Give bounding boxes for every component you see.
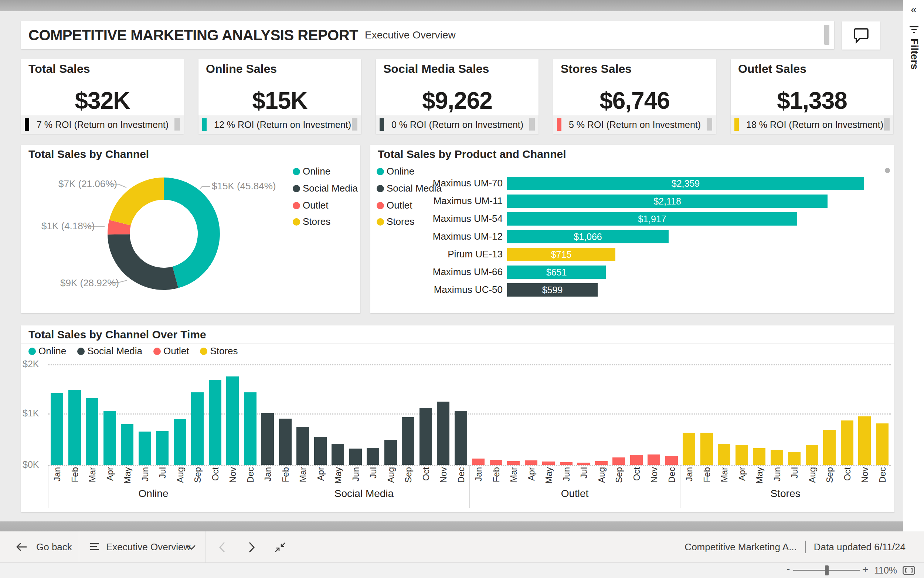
legend-item-online[interactable]: Online bbox=[29, 346, 66, 357]
column-bar-outlet-aug[interactable] bbox=[595, 461, 608, 465]
column-bar-social-media-apr[interactable] bbox=[314, 437, 327, 465]
product-bar-pirum-ue-13[interactable]: $715 bbox=[507, 248, 615, 261]
legend-item-outlet[interactable]: Outlet bbox=[154, 346, 189, 357]
column-bar-stores-dec[interactable] bbox=[876, 424, 888, 465]
column-bar-online-sep[interactable] bbox=[191, 392, 204, 465]
column-bar-social-media-mar[interactable] bbox=[296, 427, 309, 465]
legend-item-social-media[interactable]: Social Media bbox=[293, 183, 358, 194]
column-bar-stores-apr[interactable] bbox=[736, 445, 748, 465]
column-bar-online-nov[interactable] bbox=[226, 377, 239, 465]
filter-icon[interactable] bbox=[909, 25, 919, 35]
mini-scrollbar[interactable] bbox=[707, 119, 712, 130]
top-scrollbar[interactable] bbox=[0, 0, 903, 11]
mini-scrollbar[interactable] bbox=[884, 119, 890, 130]
column-bar-online-may[interactable] bbox=[121, 424, 133, 465]
column-bar-outlet-mar[interactable] bbox=[507, 461, 519, 465]
legend-item-stores[interactable]: Stores bbox=[293, 216, 330, 227]
column-bar-online-mar[interactable] bbox=[86, 398, 98, 465]
product-bar-maximus-uc-50[interactable]: $599 bbox=[507, 283, 598, 297]
column-bar-social-media-may[interactable] bbox=[332, 444, 344, 465]
previous-page-chevron[interactable] bbox=[219, 542, 225, 553]
column-bar-social-media-jun[interactable] bbox=[349, 448, 362, 465]
column-bar-social-media-nov[interactable] bbox=[437, 402, 450, 465]
column-bar-outlet-apr[interactable] bbox=[525, 460, 537, 465]
column-bar-stores-aug[interactable] bbox=[806, 445, 818, 465]
go-back-button[interactable]: Go back bbox=[36, 531, 72, 562]
column-bar-outlet-feb[interactable] bbox=[490, 460, 502, 465]
column-bar-online-aug[interactable] bbox=[174, 419, 186, 465]
column-bar-outlet-jan[interactable] bbox=[472, 459, 485, 465]
product-bar-maximus-um-54[interactable]: $1,917 bbox=[507, 212, 797, 226]
column-bar-outlet-sep[interactable] bbox=[612, 458, 625, 465]
column-bar-outlet-jun[interactable] bbox=[560, 462, 573, 465]
zoom-slider-thumb[interactable] bbox=[825, 565, 829, 575]
expand-filters-icon[interactable]: « bbox=[903, 4, 924, 16]
product-bar-maximus-um-12[interactable]: $1,066 bbox=[507, 230, 668, 244]
column-bar-stores-mar[interactable] bbox=[718, 444, 730, 465]
column-bar-online-jul[interactable] bbox=[156, 431, 168, 465]
column-bar-stores-may[interactable] bbox=[753, 448, 765, 465]
comments-button[interactable] bbox=[842, 21, 880, 50]
column-bar-online-oct[interactable] bbox=[209, 380, 222, 465]
column-bar-social-media-feb[interactable] bbox=[279, 419, 291, 465]
column-bar-stores-jan[interactable] bbox=[683, 433, 695, 465]
column-bar-online-jun[interactable] bbox=[139, 432, 151, 465]
kpi-card-online-sales[interactable]: Online Sales $15K 12 % ROI (Return on In… bbox=[199, 59, 361, 134]
product-bar-maximus-um-70[interactable]: $2,359 bbox=[507, 177, 864, 190]
column-bar-outlet-dec[interactable] bbox=[665, 456, 678, 465]
chart-title: Total Sales by Product and Channel bbox=[378, 148, 566, 161]
header-scrollbar[interactable] bbox=[824, 25, 829, 45]
chart-title: Total Sales by Channel Over Time bbox=[29, 328, 206, 341]
column-bar-social-media-sep[interactable] bbox=[402, 417, 414, 465]
column-bar-outlet-nov[interactable] bbox=[647, 455, 660, 465]
column-bar-online-apr[interactable] bbox=[104, 411, 116, 465]
page-selector[interactable]: Executive Overview bbox=[106, 531, 190, 562]
kpi-title: Social Media Sales bbox=[383, 62, 489, 76]
chevron-down-icon[interactable] bbox=[187, 545, 196, 550]
column-bar-online-dec[interactable] bbox=[244, 392, 257, 465]
zoom-in-button[interactable]: + bbox=[862, 563, 868, 575]
column-bar-stores-jul[interactable] bbox=[788, 452, 801, 465]
column-bar-outlet-oct[interactable] bbox=[630, 455, 643, 465]
product-bar-maximus-um-11[interactable]: $2,118 bbox=[507, 195, 827, 208]
column-bar-stores-feb[interactable] bbox=[701, 433, 713, 465]
column-bar-stores-nov[interactable] bbox=[858, 416, 871, 465]
column-bar-social-media-aug[interactable] bbox=[384, 440, 397, 465]
column-bar-social-media-dec[interactable] bbox=[455, 411, 467, 465]
mini-scrollbar[interactable] bbox=[175, 119, 180, 130]
zoom-out-button[interactable]: - bbox=[786, 563, 790, 575]
mini-scrollbar[interactable] bbox=[529, 119, 535, 130]
column-bar-online-feb[interactable] bbox=[68, 390, 81, 465]
column-bar-social-media-oct[interactable] bbox=[419, 408, 432, 465]
legend-swatch bbox=[377, 168, 384, 175]
next-page-chevron[interactable] bbox=[248, 542, 255, 553]
legend-item-online[interactable]: Online bbox=[293, 166, 330, 177]
donut-slice-stores[interactable] bbox=[109, 177, 164, 226]
column-bar-outlet-jul[interactable] bbox=[577, 463, 590, 465]
chart-scrollbar[interactable] bbox=[885, 168, 890, 173]
product-bar-maximus-um-66[interactable]: $651 bbox=[507, 266, 606, 279]
legend-item-outlet[interactable]: Outlet bbox=[293, 200, 328, 211]
column-bar-stores-sep[interactable] bbox=[823, 430, 836, 465]
column-bar-stores-oct[interactable] bbox=[841, 421, 853, 465]
kpi-card-social-media-sales[interactable]: Social Media Sales $9,262 0 % ROI (Retur… bbox=[376, 59, 539, 134]
mini-scrollbar[interactable] bbox=[352, 119, 358, 130]
legend-item-social-media[interactable]: Social Media bbox=[77, 346, 142, 357]
column-bar-social-media-jul[interactable] bbox=[367, 448, 379, 465]
kpi-roi-row: 12 % ROI (Return on Investment) bbox=[199, 115, 361, 134]
page-list-icon[interactable] bbox=[90, 542, 99, 551]
column-bar-stores-jun[interactable] bbox=[770, 450, 783, 465]
x-tick-label: Dec bbox=[667, 467, 676, 489]
column-bar-social-media-jan[interactable] bbox=[261, 413, 274, 465]
back-arrow-icon[interactable] bbox=[16, 542, 28, 552]
fit-to-page-icon[interactable] bbox=[903, 566, 915, 575]
collapse-view-icon[interactable] bbox=[274, 542, 286, 553]
horizontal-scrollbar[interactable] bbox=[0, 521, 903, 531]
column-bar-outlet-may[interactable] bbox=[542, 461, 555, 465]
kpi-card-total-sales[interactable]: Total Sales $32K 7 % ROI (Return on Inve… bbox=[21, 59, 184, 134]
legend-item-stores[interactable]: Stores bbox=[200, 346, 238, 357]
legend-item-online[interactable]: Online bbox=[377, 166, 414, 177]
kpi-card-stores-sales[interactable]: Stores Sales $6,746 5 % ROI (Return on I… bbox=[553, 59, 716, 134]
column-bar-online-jan[interactable] bbox=[51, 393, 63, 465]
kpi-card-outlet-sales[interactable]: Outlet Sales $1,338 18 % ROI (Return on … bbox=[731, 59, 893, 134]
